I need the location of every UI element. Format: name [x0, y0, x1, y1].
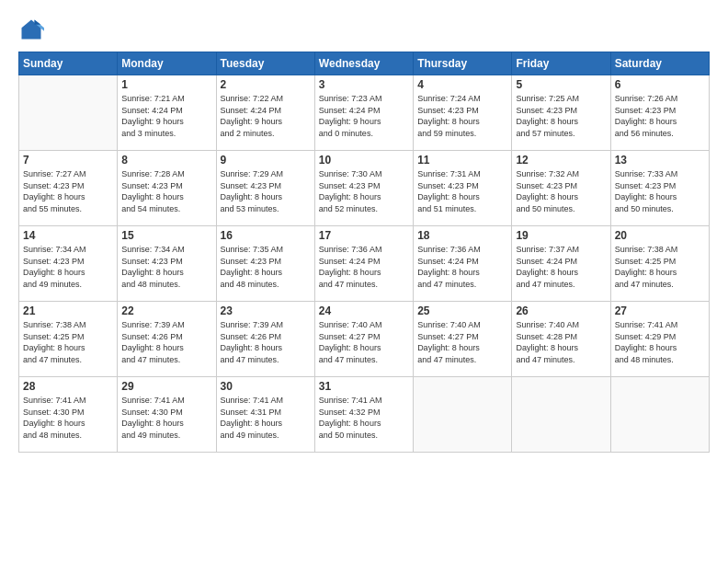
day-number: 4: [417, 78, 507, 91]
day-number: 25: [417, 304, 507, 317]
weekday-header: Thursday: [414, 52, 512, 75]
weekday-header-row: SundayMondayTuesdayWednesdayThursdayFrid…: [19, 52, 710, 75]
cell-info: Sunrise: 7:33 AM Sunset: 4:23 PM Dayligh…: [615, 168, 705, 214]
calendar-cell: [19, 75, 118, 151]
calendar-cell: 18Sunrise: 7:36 AM Sunset: 4:24 PM Dayli…: [414, 226, 512, 302]
calendar-cell: [512, 377, 610, 453]
cell-info: Sunrise: 7:36 AM Sunset: 4:24 PM Dayligh…: [319, 244, 409, 290]
cell-info: Sunrise: 7:28 AM Sunset: 4:23 PM Dayligh…: [121, 168, 211, 214]
day-number: 18: [417, 229, 507, 242]
cell-info: Sunrise: 7:41 AM Sunset: 4:30 PM Dayligh…: [23, 395, 113, 441]
calendar-cell: 30Sunrise: 7:41 AM Sunset: 4:31 PM Dayli…: [216, 377, 314, 453]
calendar-cell: 17Sunrise: 7:36 AM Sunset: 4:24 PM Dayli…: [314, 226, 413, 302]
weekday-header: Tuesday: [216, 52, 314, 75]
calendar-cell: 3Sunrise: 7:23 AM Sunset: 4:24 PM Daylig…: [314, 75, 413, 151]
day-number: 3: [319, 78, 409, 91]
calendar-cell: 2Sunrise: 7:22 AM Sunset: 4:24 PM Daylig…: [216, 75, 314, 151]
day-number: 5: [516, 78, 606, 91]
cell-info: Sunrise: 7:22 AM Sunset: 4:24 PM Dayligh…: [221, 93, 311, 139]
calendar-cell: 4Sunrise: 7:24 AM Sunset: 4:23 PM Daylig…: [414, 75, 512, 151]
day-number: 16: [221, 229, 311, 242]
calendar-cell: 15Sunrise: 7:34 AM Sunset: 4:23 PM Dayli…: [118, 226, 216, 302]
day-number: 15: [121, 229, 211, 242]
calendar-cell: 10Sunrise: 7:30 AM Sunset: 4:23 PM Dayli…: [314, 151, 413, 226]
calendar-cell: 12Sunrise: 7:32 AM Sunset: 4:23 PM Dayli…: [512, 151, 610, 226]
day-number: 2: [221, 78, 311, 91]
cell-info: Sunrise: 7:26 AM Sunset: 4:23 PM Dayligh…: [615, 93, 705, 139]
day-number: 11: [417, 154, 507, 167]
day-number: 19: [516, 229, 606, 242]
cell-info: Sunrise: 7:41 AM Sunset: 4:31 PM Dayligh…: [221, 395, 311, 441]
cell-info: Sunrise: 7:40 AM Sunset: 4:27 PM Dayligh…: [319, 319, 409, 365]
day-number: 6: [615, 78, 705, 91]
calendar-cell: 23Sunrise: 7:39 AM Sunset: 4:26 PM Dayli…: [216, 302, 314, 377]
cell-info: Sunrise: 7:38 AM Sunset: 4:25 PM Dayligh…: [615, 244, 705, 290]
day-number: 17: [319, 229, 409, 242]
day-number: 22: [121, 304, 211, 317]
cell-info: Sunrise: 7:31 AM Sunset: 4:23 PM Dayligh…: [417, 168, 507, 214]
logo: [18, 17, 48, 42]
cell-info: Sunrise: 7:40 AM Sunset: 4:27 PM Dayligh…: [417, 319, 507, 365]
cell-info: Sunrise: 7:36 AM Sunset: 4:24 PM Dayligh…: [417, 244, 507, 290]
calendar-cell: 29Sunrise: 7:41 AM Sunset: 4:30 PM Dayli…: [118, 377, 216, 453]
logo-icon: [18, 17, 44, 42]
weekday-header: Saturday: [610, 52, 709, 75]
day-number: 26: [516, 304, 606, 317]
cell-info: Sunrise: 7:30 AM Sunset: 4:23 PM Dayligh…: [319, 168, 409, 214]
cell-info: Sunrise: 7:41 AM Sunset: 4:30 PM Dayligh…: [121, 395, 211, 441]
day-number: 31: [319, 380, 409, 393]
weekday-header: Wednesday: [314, 52, 413, 75]
calendar-cell: 9Sunrise: 7:29 AM Sunset: 4:23 PM Daylig…: [216, 151, 314, 226]
page: SundayMondayTuesdayWednesdayThursdayFrid…: [0, 0, 728, 563]
calendar-table: SundayMondayTuesdayWednesdayThursdayFrid…: [18, 52, 710, 453]
day-number: 8: [121, 154, 211, 167]
weekday-header: Monday: [118, 52, 216, 75]
cell-info: Sunrise: 7:37 AM Sunset: 4:24 PM Dayligh…: [516, 244, 606, 290]
day-number: 23: [221, 304, 311, 317]
calendar-cell: 26Sunrise: 7:40 AM Sunset: 4:28 PM Dayli…: [512, 302, 610, 377]
weekday-header: Friday: [512, 52, 610, 75]
day-number: 13: [615, 154, 705, 167]
calendar-cell: 6Sunrise: 7:26 AM Sunset: 4:23 PM Daylig…: [610, 75, 709, 151]
cell-info: Sunrise: 7:21 AM Sunset: 4:24 PM Dayligh…: [121, 93, 211, 139]
day-number: 21: [23, 304, 113, 317]
cell-info: Sunrise: 7:27 AM Sunset: 4:23 PM Dayligh…: [23, 168, 113, 214]
day-number: 27: [615, 304, 705, 317]
header: [18, 17, 710, 42]
calendar-week-row: 14Sunrise: 7:34 AM Sunset: 4:23 PM Dayli…: [19, 226, 710, 302]
calendar-cell: 11Sunrise: 7:31 AM Sunset: 4:23 PM Dayli…: [414, 151, 512, 226]
calendar-cell: 1Sunrise: 7:21 AM Sunset: 4:24 PM Daylig…: [118, 75, 216, 151]
day-number: 12: [516, 154, 606, 167]
calendar-cell: 5Sunrise: 7:25 AM Sunset: 4:23 PM Daylig…: [512, 75, 610, 151]
day-number: 7: [23, 154, 113, 167]
calendar-cell: 19Sunrise: 7:37 AM Sunset: 4:24 PM Dayli…: [512, 226, 610, 302]
cell-info: Sunrise: 7:39 AM Sunset: 4:26 PM Dayligh…: [221, 319, 311, 365]
cell-info: Sunrise: 7:41 AM Sunset: 4:29 PM Dayligh…: [615, 319, 705, 365]
calendar-cell: [414, 377, 512, 453]
cell-info: Sunrise: 7:24 AM Sunset: 4:23 PM Dayligh…: [417, 93, 507, 139]
cell-info: Sunrise: 7:35 AM Sunset: 4:23 PM Dayligh…: [221, 244, 311, 290]
cell-info: Sunrise: 7:41 AM Sunset: 4:32 PM Dayligh…: [319, 395, 409, 441]
calendar-week-row: 1Sunrise: 7:21 AM Sunset: 4:24 PM Daylig…: [19, 75, 710, 151]
calendar-cell: [610, 377, 709, 453]
calendar-cell: 21Sunrise: 7:38 AM Sunset: 4:25 PM Dayli…: [19, 302, 118, 377]
calendar-cell: 20Sunrise: 7:38 AM Sunset: 4:25 PM Dayli…: [610, 226, 709, 302]
calendar-cell: 27Sunrise: 7:41 AM Sunset: 4:29 PM Dayli…: [610, 302, 709, 377]
calendar-cell: 8Sunrise: 7:28 AM Sunset: 4:23 PM Daylig…: [118, 151, 216, 226]
cell-info: Sunrise: 7:34 AM Sunset: 4:23 PM Dayligh…: [121, 244, 211, 290]
cell-info: Sunrise: 7:40 AM Sunset: 4:28 PM Dayligh…: [516, 319, 606, 365]
calendar-cell: 13Sunrise: 7:33 AM Sunset: 4:23 PM Dayli…: [610, 151, 709, 226]
cell-info: Sunrise: 7:29 AM Sunset: 4:23 PM Dayligh…: [221, 168, 311, 214]
calendar-cell: 25Sunrise: 7:40 AM Sunset: 4:27 PM Dayli…: [414, 302, 512, 377]
calendar-week-row: 21Sunrise: 7:38 AM Sunset: 4:25 PM Dayli…: [19, 302, 710, 377]
weekday-header: Sunday: [19, 52, 118, 75]
cell-info: Sunrise: 7:38 AM Sunset: 4:25 PM Dayligh…: [23, 319, 113, 365]
cell-info: Sunrise: 7:39 AM Sunset: 4:26 PM Dayligh…: [121, 319, 211, 365]
calendar-cell: 31Sunrise: 7:41 AM Sunset: 4:32 PM Dayli…: [314, 377, 413, 453]
cell-info: Sunrise: 7:25 AM Sunset: 4:23 PM Dayligh…: [516, 93, 606, 139]
cell-info: Sunrise: 7:34 AM Sunset: 4:23 PM Dayligh…: [23, 244, 113, 290]
calendar-cell: 24Sunrise: 7:40 AM Sunset: 4:27 PM Dayli…: [314, 302, 413, 377]
day-number: 20: [615, 229, 705, 242]
calendar-cell: 16Sunrise: 7:35 AM Sunset: 4:23 PM Dayli…: [216, 226, 314, 302]
svg-marker-2: [35, 20, 41, 25]
